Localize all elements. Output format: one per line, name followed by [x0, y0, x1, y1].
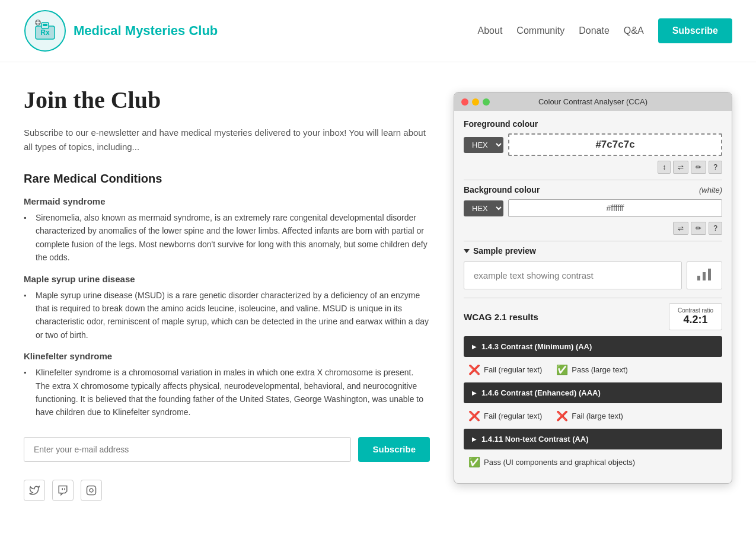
window-dots: [461, 98, 490, 106]
header-subscribe-button[interactable]: Subscribe: [658, 18, 732, 43]
sample-text-box: example text showing contrast: [464, 261, 682, 289]
twitch-icon[interactable]: [52, 480, 74, 501]
sample-preview-area: example text showing contrast: [464, 261, 722, 289]
condition-mermaid: Mermaid syndrome Sirenomelia, also known…: [24, 196, 430, 264]
instagram-icon[interactable]: [81, 480, 102, 501]
background-white-label: (white): [699, 186, 722, 194]
logo-title: Medical Mysteries Club: [74, 23, 218, 39]
result-pass-large-0: ✅ Pass (large text): [556, 364, 628, 375]
result-pass-ui-2: ✅ Pass (UI components and graphical obje…: [468, 457, 635, 468]
bg-help-icon[interactable]: ?: [709, 222, 722, 235]
condition-maple: Maple syrup urine disease Maple syrup ur…: [24, 274, 430, 342]
logo-icon: Rx: [24, 9, 66, 52]
wcag-item-label-143: 1.4.3 Contrast (Minimum) (AA): [481, 342, 592, 351]
svg-rect-3: [43, 24, 47, 26]
wcag-result-row-146: ❌ Fail (regular text) ❌ Fail (large text…: [464, 407, 722, 425]
result-text-pass-large-0: Pass (large text): [572, 365, 628, 374]
background-label: Background colour: [464, 185, 540, 194]
wcag-item-146[interactable]: ▶ 1.4.6 Contrast (Enhanced) (AAA): [464, 382, 722, 403]
wcag-item-143[interactable]: ▶ 1.4.3 Contrast (Minimum) (AA): [464, 336, 722, 357]
collapse-icon[interactable]: [464, 249, 470, 253]
wcag-result-row-1411: ✅ Pass (UI components and graphical obje…: [464, 453, 722, 471]
subscribe-button[interactable]: Subscribe: [358, 437, 430, 462]
wcag-item-1411[interactable]: ▶ 1.4.11 Non-text Contrast (AA): [464, 429, 722, 449]
wcag-item-label-1411: 1.4.11 Non-text Contrast (AA): [481, 435, 589, 444]
page-title: Join the Club: [24, 86, 430, 114]
wcag-item-label-146: 1.4.6 Contrast (Enhanced) (AAA): [481, 388, 601, 397]
nav-qa[interactable]: Q&A: [624, 25, 644, 36]
background-row: HEX: [464, 199, 722, 217]
fail-icon-0: ❌: [468, 364, 480, 375]
svg-rect-12: [708, 269, 711, 280]
result-text-pass-ui-2: Pass (UI components and graphical object…: [484, 458, 635, 467]
contrast-ratio-value: 4.2:1: [678, 314, 713, 326]
fail-icon-1: ❌: [468, 410, 480, 422]
maximize-dot[interactable]: [483, 98, 490, 106]
foreground-tools: ↕ ⇌ ✏ ?: [464, 161, 722, 174]
foreground-hex-input[interactable]: [508, 133, 722, 156]
fg-sliders-icon[interactable]: ⇌: [673, 161, 688, 174]
sample-chart-box[interactable]: [687, 261, 722, 289]
social-icons: [24, 480, 430, 501]
fg-sort-icon[interactable]: ↕: [658, 161, 671, 174]
background-format-select[interactable]: HEX: [464, 200, 503, 216]
result-fail-regular-0: ❌ Fail (regular text): [468, 364, 542, 375]
fg-eyedropper-icon[interactable]: ✏: [691, 161, 706, 174]
main-layout: Join the Club Subscribe to our e-newslet…: [0, 62, 756, 525]
fg-help-icon[interactable]: ?: [709, 161, 722, 174]
svg-rect-11: [703, 272, 706, 280]
conditions-list: Mermaid syndrome Sirenomelia, also known…: [24, 196, 430, 419]
sample-preview-label: Sample preview: [464, 246, 722, 256]
cca-body: Foreground colour HEX ↕ ⇌ ✏ ? Background…: [454, 111, 732, 483]
main-nav: About Community Donate Q&A Subscribe: [478, 18, 732, 43]
background-header-row: Background colour (white): [464, 185, 722, 194]
bg-eyedropper-icon[interactable]: ✏: [691, 222, 706, 235]
twitter-icon[interactable]: [24, 480, 45, 501]
foreground-row: HEX: [464, 133, 722, 156]
nav-donate[interactable]: Donate: [579, 25, 610, 36]
cca-panel: Colour Contrast Analyser (CCA) Foregroun…: [454, 92, 732, 484]
chart-icon: [696, 265, 713, 286]
logo-area: Rx Medical Mysteries Club: [24, 9, 218, 52]
sample-preview-text: example text showing contrast: [474, 270, 594, 280]
fail-icon-large-1: ❌: [556, 410, 568, 422]
play-icon-1411: ▶: [472, 436, 477, 442]
content-area: Join the Club Subscribe to our e-newslet…: [24, 86, 430, 501]
foreground-label: Foreground colour: [464, 119, 722, 129]
condition-desc-2: Klinefelter syndrome is a chromosomal va…: [24, 366, 430, 419]
result-fail-regular-1: ❌ Fail (regular text): [468, 410, 542, 422]
wcag-result-row-143: ❌ Fail (regular text) ✅ Pass (large text…: [464, 361, 722, 379]
result-fail-large-1: ❌ Fail (large text): [556, 410, 623, 422]
svg-rect-10: [697, 276, 700, 280]
header: Rx Medical Mysteries Club About Communit…: [0, 0, 756, 62]
condition-desc-1: Maple syrup urine disease (MSUD) is a ra…: [24, 289, 430, 342]
wcag-header-row: WCAG 2.1 results Contrast ratio 4.2:1: [464, 303, 722, 330]
svg-rect-8: [87, 486, 96, 495]
pass-icon-2: ✅: [468, 457, 480, 468]
result-text-fail-regular-0: Fail (regular text): [484, 365, 542, 374]
condition-title-1: Maple syrup urine disease: [24, 274, 430, 284]
cca-title: Colour Contrast Analyser (CCA): [538, 97, 647, 106]
minimize-dot[interactable]: [472, 98, 479, 106]
section-title: Rare Medical Conditions: [24, 172, 430, 186]
play-icon-146: ▶: [472, 390, 477, 396]
bg-sliders-icon[interactable]: ⇌: [673, 222, 688, 235]
background-hex-input[interactable]: [508, 199, 722, 217]
result-text-fail-large-1: Fail (large text): [572, 412, 623, 420]
close-dot[interactable]: [461, 98, 468, 106]
wcag-label: WCAG 2.1 results: [464, 312, 538, 322]
result-text-fail-regular-1: Fail (regular text): [484, 412, 542, 420]
condition-title-0: Mermaid syndrome: [24, 196, 430, 206]
email-subscribe-row: Subscribe: [24, 437, 430, 462]
contrast-ratio-box: Contrast ratio 4.2:1: [669, 303, 722, 330]
nav-about[interactable]: About: [478, 25, 503, 36]
intro-text: Subscribe to our e-newsletter and have m…: [24, 126, 430, 154]
cca-titlebar: Colour Contrast Analyser (CCA): [454, 93, 732, 111]
nav-community[interactable]: Community: [516, 25, 564, 36]
foreground-format-select[interactable]: HEX: [464, 137, 503, 153]
email-input[interactable]: [24, 437, 351, 462]
svg-text:Rx: Rx: [40, 28, 50, 37]
background-tools: ⇌ ✏ ?: [464, 222, 722, 235]
condition-title-2: Klinefelter syndrome: [24, 351, 430, 361]
contrast-ratio-label: Contrast ratio: [678, 307, 713, 314]
